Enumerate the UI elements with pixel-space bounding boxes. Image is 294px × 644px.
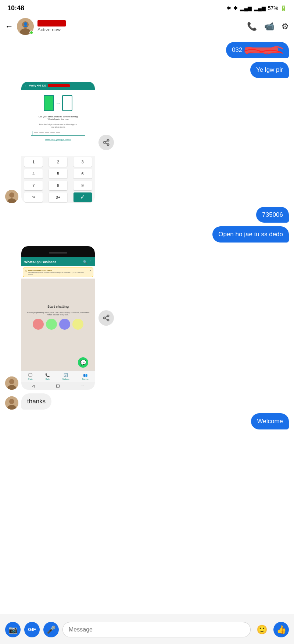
message-row-4: 735006	[5, 207, 289, 223]
mic-button[interactable]: 🎤	[43, 622, 59, 637]
wa-fab: 💬	[78, 357, 88, 368]
avatar-wrap: 👤	[17, 18, 34, 35]
bubble-sent-1: 032	[226, 42, 289, 58]
image-message-6: WhatsApp Business 🔍⋮ ⚠ Final reminder ab…	[21, 246, 114, 390]
camera-icon: 📷	[8, 625, 18, 634]
message-row-2: Ye lgw pir	[5, 62, 289, 78]
bluetooth-icon: ✱	[227, 5, 231, 11]
redacted-number	[245, 47, 278, 53]
contact-status: Active now	[37, 27, 247, 32]
message-row-8: Welcome	[5, 413, 289, 429]
message-row-7: thanks	[5, 393, 289, 410]
thumbsup-icon: 👍	[276, 625, 286, 634]
share-button-6[interactable]	[98, 310, 114, 326]
signal-bar-2: ▂▄▆	[254, 5, 266, 11]
bubble-sent-5: Open ho jae tu ss dedo	[212, 226, 289, 243]
video-call-icon[interactable]: 📹	[264, 22, 274, 31]
status-icons: ✱ ✱ ▂▄▆ ▂▄▆ 57% 🔋	[227, 5, 287, 11]
settings-icon[interactable]: ⚙	[282, 22, 289, 31]
sender-avatar-7	[5, 396, 18, 410]
svg-point-5	[9, 192, 14, 198]
bubble-received-7: thanks	[21, 393, 51, 410]
status-bar: 10:48 ✱ ✱ ▂▄▆ ▂▄▆ 57% 🔋	[0, 0, 294, 15]
emoji-icon: 🙂	[257, 624, 268, 635]
status-time: 10:48	[7, 4, 24, 12]
contact-info: M......nbuz Active now	[37, 20, 247, 32]
svg-point-13	[9, 379, 14, 384]
svg-text:👤: 👤	[23, 22, 28, 27]
header-actions: 📞 📹 ⚙	[247, 22, 289, 31]
bubble-sent-2: Ye lgw pir	[250, 62, 289, 78]
battery-icon: 🔋	[280, 5, 287, 11]
chat-area: 032 Ye lgw pir	[0, 38, 294, 615]
phone-call-icon[interactable]: 📞	[247, 22, 257, 31]
svg-point-21	[9, 399, 14, 404]
camera-button[interactable]: 📷	[5, 622, 21, 637]
bubble-sent-4: 735006	[256, 207, 289, 223]
svg-line-18	[105, 318, 107, 319]
wa-bottom-nav: 💬Chats 📞Calls 🔄Updates 👥Comms	[21, 371, 95, 382]
thumbsup-button[interactable]: 👍	[273, 622, 289, 637]
signal-bar-1: ▂▄▆	[240, 5, 252, 11]
message-row-3: ← Verify +92 326 → Use your other phone …	[5, 82, 289, 203]
svg-line-11	[105, 141, 107, 142]
online-indicator	[29, 31, 33, 35]
input-bar: 📷 GIF 🎤 🙂 👍	[0, 615, 294, 644]
share-button-3[interactable]	[98, 135, 114, 150]
gif-button[interactable]: GIF	[24, 622, 40, 637]
screenshot-verify: ← Verify +92 326 → Use your other phone …	[21, 82, 95, 203]
screenshot-wa-business: WhatsApp Business 🔍⋮ ⚠ Final reminder ab…	[21, 246, 95, 390]
back-button[interactable]: ←	[5, 22, 13, 31]
message-row-1: 032	[5, 42, 289, 58]
sender-avatar-6	[5, 376, 18, 390]
image-message-3: ← Verify +92 326 → Use your other phone …	[21, 82, 114, 203]
bubble-sent-8: Welcome	[251, 413, 289, 429]
signal-icon: ✱	[233, 5, 238, 11]
phone-number-text: 032	[232, 46, 242, 53]
message-row-5: Open ho jae tu ss dedo	[5, 226, 289, 243]
chat-header: ← 👤 M......nbuz Active now 📞 📹 ⚙	[0, 15, 294, 38]
wa-body: Start chatting Message privately with yo…	[21, 279, 95, 356]
message-row-6: WhatsApp Business 🔍⋮ ⚠ Final reminder ab…	[5, 246, 289, 390]
message-input[interactable]	[62, 622, 251, 637]
gif-icon: GIF	[28, 627, 36, 632]
svg-line-10	[105, 143, 107, 144]
wa-header: WhatsApp Business 🔍⋮	[21, 257, 95, 266]
emoji-button[interactable]: 🙂	[254, 622, 270, 637]
contact-name: M......nbuz	[37, 20, 247, 27]
mic-icon: 🎤	[47, 625, 56, 634]
sender-avatar-3	[5, 190, 18, 203]
keypad: 123 456 789 *# 0+ ✓	[21, 156, 95, 203]
svg-line-19	[105, 316, 107, 318]
wa-notification: ⚠ Final reminder about labels Labelled m…	[23, 268, 93, 277]
battery-level: 57%	[268, 5, 278, 11]
